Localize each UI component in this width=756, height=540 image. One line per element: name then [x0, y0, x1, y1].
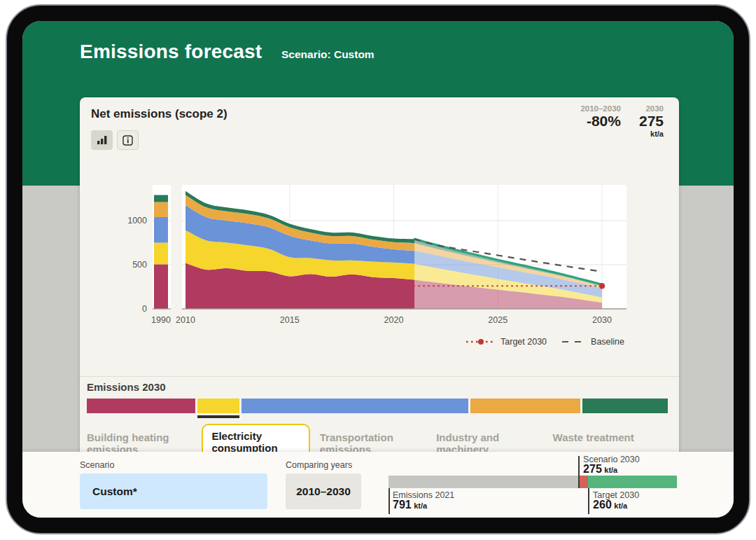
net-emissions-card: Net emissions (scope 2) 2010–2030 -80% 2…: [80, 97, 679, 476]
stat-2030-label: 2030: [645, 104, 664, 113]
stat-2030: 2030 275 kt/a: [639, 104, 664, 138]
info-button[interactable]: [117, 130, 139, 150]
legend-baseline-label: Baseline: [591, 337, 624, 347]
control-bar: Scenario Custom* Comparing years 2010–20…: [22, 452, 734, 518]
svg-text:2030: 2030: [592, 315, 612, 325]
legend-baseline: Baseline: [562, 337, 624, 347]
baseline-legend-icon: [562, 338, 586, 345]
info-icon: [122, 135, 133, 146]
scenario-2030-marker: [578, 456, 580, 488]
emissions-2021-value: 791: [393, 499, 412, 511]
emissions-area-chart: 05001000199020102015202020252030: [80, 167, 679, 335]
emissions-2021-unit: kt/a: [414, 501, 427, 510]
svg-text:0: 0: [142, 304, 147, 314]
chart-toolbar: [91, 130, 139, 150]
stat-2030-unit: kt/a: [650, 130, 664, 138]
emissions-2030-heading: Emissions 2030: [87, 381, 166, 393]
emissions-2030-segment-bar: [87, 399, 669, 413]
stat-reduction-value: -80%: [587, 113, 621, 130]
stat-2030-value: 275: [639, 113, 664, 130]
scenario-2030-value: 275: [583, 463, 602, 475]
area-chart-svg: 05001000199020102015202020252030: [80, 167, 679, 335]
progress-track: [388, 476, 677, 488]
card-title: Net emissions (scope 2): [91, 107, 227, 121]
stats-block: 2010–2030 -80% 2030 275 kt/a: [580, 104, 664, 138]
svg-text:2020: 2020: [384, 315, 404, 325]
target-2030-readout: Target 2030 260 kt/a: [593, 490, 639, 511]
stat-reduction-label: 2010–2030: [580, 104, 621, 113]
stat-reduction: 2010–2030 -80%: [580, 104, 621, 138]
progress-widget: Emissions 2021 791 kt/a Scenario 2030 27…: [388, 452, 698, 516]
scenario-subtitle: Scenario: Custom: [281, 48, 374, 61]
progress-red-segment: [578, 476, 588, 488]
selected-segment-indicator: [197, 415, 239, 418]
scenario-2030-readout: Scenario 2030 275 kt/a: [583, 455, 640, 475]
target-2030-marker: [588, 488, 589, 514]
segment-industry-and-machinery[interactable]: [470, 399, 580, 413]
svg-text:2010: 2010: [176, 315, 195, 325]
target-2030-value: 260: [593, 499, 612, 511]
svg-text:500: 500: [132, 260, 147, 270]
bar-chart-view-button[interactable]: [91, 130, 113, 150]
svg-text:2015: 2015: [280, 315, 300, 325]
segment-waste-treatment[interactable]: [582, 399, 668, 413]
target-2030-unit: kt/a: [614, 501, 627, 510]
legend-target-label: Target 2030: [500, 337, 547, 347]
segment-electricity-consumption[interactable]: [197, 399, 239, 413]
tablet-bezel: Emissions forecast Scenario: Custom Net …: [6, 4, 750, 534]
bar-chart-icon: [97, 135, 108, 145]
progress-gray-segment: [388, 476, 578, 488]
svg-text:1990: 1990: [151, 315, 171, 325]
segment-building-heating-emissions[interactable]: [87, 399, 195, 413]
svg-text:1000: 1000: [127, 216, 147, 226]
comparing-years-label: Comparing years: [286, 460, 352, 470]
legend-target: Target 2030: [466, 337, 547, 347]
segment-transportation-emissions[interactable]: [241, 399, 468, 413]
emissions-2021-readout: Emissions 2021 791 kt/a: [393, 490, 454, 511]
progress-green-segment: [588, 476, 677, 488]
chart-legend: Target 2030 Baseline: [80, 337, 624, 347]
target-2030-legend-icon: [466, 338, 496, 345]
svg-text:2025: 2025: [488, 315, 507, 325]
app-screen: Emissions forecast Scenario: Custom Net …: [22, 21, 734, 518]
scenario-field-label: Scenario: [80, 460, 114, 470]
scenario-select[interactable]: Custom*: [80, 473, 267, 509]
scenario-2030-unit: kt/a: [604, 466, 617, 474]
comparing-years-select[interactable]: 2010–2030: [286, 473, 361, 509]
section-divider: [80, 376, 679, 377]
page-title: Emissions forecast: [80, 41, 262, 63]
